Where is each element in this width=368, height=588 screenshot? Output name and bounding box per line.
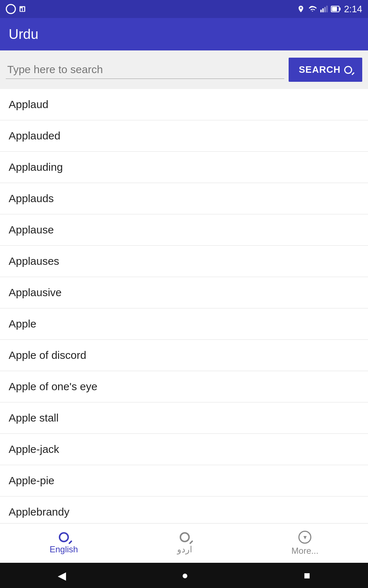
app-bar: Urdu xyxy=(0,18,368,50)
status-bar: 2:14 xyxy=(0,0,368,18)
circle-status-icon xyxy=(6,4,16,14)
nav-english[interactable]: English xyxy=(35,529,92,558)
word-item[interactable]: Apple-jack xyxy=(0,434,368,465)
english-search-icon xyxy=(59,532,69,542)
word-item[interactable]: Apple of discord xyxy=(0,340,368,371)
android-nav-bar: ◀ ● ■ xyxy=(0,563,368,588)
nav-urdu-label: اردو xyxy=(177,544,192,554)
home-button[interactable]: ● xyxy=(163,566,206,585)
app-title: Urdu xyxy=(9,27,38,42)
word-item[interactable]: Applaud xyxy=(0,89,368,120)
word-list: ApplaudApplaudedApplaudingApplaudsApplau… xyxy=(0,89,368,528)
word-item[interactable]: Applauses xyxy=(0,246,368,277)
svg-rect-9 xyxy=(339,8,341,10)
word-item[interactable]: Applauds xyxy=(0,183,368,214)
nav-urdu[interactable]: اردو xyxy=(163,529,207,558)
nav-more-label: More... xyxy=(292,546,319,556)
location-icon xyxy=(297,5,305,13)
battery-icon xyxy=(331,5,341,13)
search-bar: SEARCH xyxy=(0,50,368,89)
nav-english-label: English xyxy=(49,544,78,554)
word-item[interactable]: Apple-pie xyxy=(0,465,368,496)
signal-icon xyxy=(320,5,328,13)
urdu-search-icon xyxy=(180,532,190,542)
svg-rect-3 xyxy=(320,10,322,12)
back-button[interactable]: ◀ xyxy=(40,566,84,585)
svg-rect-4 xyxy=(323,8,324,12)
word-item[interactable]: Applause xyxy=(0,214,368,246)
word-item[interactable]: Applauded xyxy=(0,120,368,152)
status-bar-left xyxy=(6,4,26,14)
search-input[interactable] xyxy=(6,61,284,79)
bottom-nav: English اردو ▾ More... xyxy=(0,523,368,563)
recent-button[interactable]: ■ xyxy=(286,566,328,585)
main-content: ApplaudApplaudedApplaudingApplaudsApplau… xyxy=(0,89,368,588)
search-magnifier-icon xyxy=(344,66,352,74)
svg-rect-6 xyxy=(327,6,328,12)
svg-rect-5 xyxy=(324,7,326,13)
svg-rect-1 xyxy=(21,8,22,11)
search-button-label: SEARCH xyxy=(299,64,341,75)
time-display: 2:14 xyxy=(344,4,362,15)
svg-rect-2 xyxy=(23,7,24,11)
word-item[interactable]: Applauding xyxy=(0,152,368,183)
svg-rect-8 xyxy=(332,7,337,11)
svg-rect-0 xyxy=(19,6,25,12)
search-button[interactable]: SEARCH xyxy=(289,58,362,82)
word-item[interactable]: Apple xyxy=(0,308,368,340)
word-item[interactable]: Applausive xyxy=(0,277,368,308)
wifi-icon xyxy=(308,5,317,13)
word-item[interactable]: Apple of one's eye xyxy=(0,371,368,402)
more-circle-icon: ▾ xyxy=(298,531,311,544)
status-bar-right: 2:14 xyxy=(297,4,362,15)
nav-more[interactable]: ▾ More... xyxy=(277,527,333,560)
sim-icon xyxy=(19,5,26,13)
word-item[interactable]: Apple stall xyxy=(0,402,368,434)
